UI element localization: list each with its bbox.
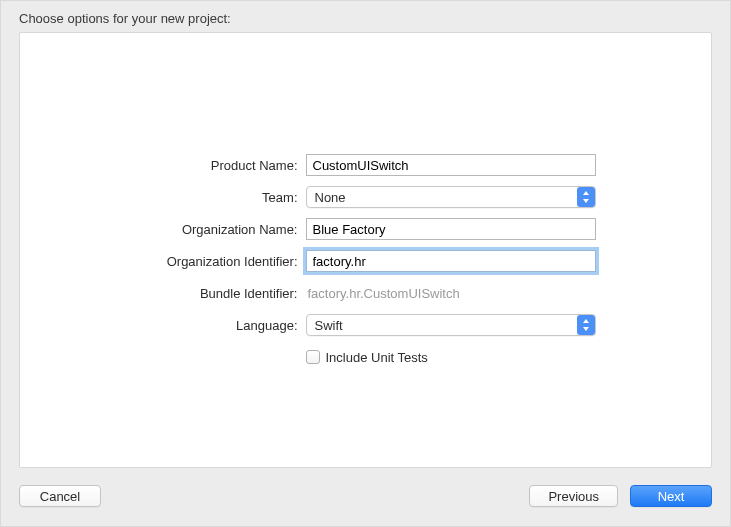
include-tests-checkbox[interactable] (306, 350, 320, 364)
cancel-button[interactable]: Cancel (19, 485, 101, 507)
updown-arrows-icon (577, 187, 595, 207)
new-project-options-window: Choose options for your new project: Pro… (0, 0, 731, 527)
org-identifier-input[interactable] (306, 250, 596, 272)
label-org-name: Organization Name: (86, 222, 306, 237)
row-include-tests: Include Unit Tests (86, 345, 646, 369)
row-org-identifier: Organization Identifier: (86, 249, 646, 273)
team-popup-value: None (315, 190, 577, 205)
updown-arrows-icon (577, 315, 595, 335)
form-panel: Product Name: Team: None (19, 32, 712, 468)
include-tests-label: Include Unit Tests (326, 350, 428, 365)
page-title: Choose options for your new project: (1, 1, 730, 32)
language-popup-value: Swift (315, 318, 577, 333)
previous-button[interactable]: Previous (529, 485, 618, 507)
language-popup[interactable]: Swift (306, 314, 596, 336)
project-options-form: Product Name: Team: None (86, 153, 646, 369)
row-bundle-identifier: Bundle Identifier: factory.hr.CustomUISw… (86, 281, 646, 305)
label-language: Language: (86, 318, 306, 333)
label-team: Team: (86, 190, 306, 205)
product-name-input[interactable] (306, 154, 596, 176)
bundle-identifier-value: factory.hr.CustomUISwitch (306, 286, 460, 301)
row-org-name: Organization Name: (86, 217, 646, 241)
row-language: Language: Swift (86, 313, 646, 337)
next-button[interactable]: Next (630, 485, 712, 507)
row-team: Team: None (86, 185, 646, 209)
label-org-identifier: Organization Identifier: (86, 254, 306, 269)
label-bundle-identifier: Bundle Identifier: (86, 286, 306, 301)
footer: Cancel Previous Next (1, 478, 730, 526)
row-product-name: Product Name: (86, 153, 646, 177)
label-product-name: Product Name: (86, 158, 306, 173)
team-popup[interactable]: None (306, 186, 596, 208)
org-name-input[interactable] (306, 218, 596, 240)
